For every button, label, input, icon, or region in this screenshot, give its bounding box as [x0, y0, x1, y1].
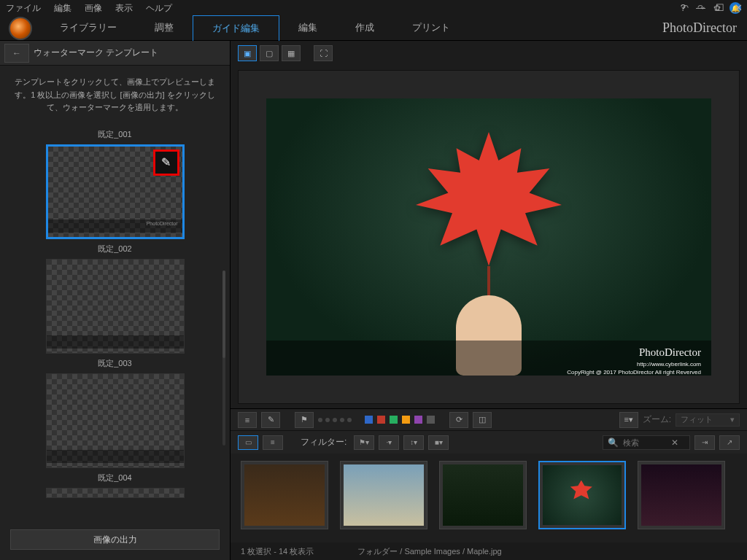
color-label-none[interactable] [427, 416, 435, 424]
template-thumb-2[interactable] [46, 259, 185, 354]
tab-edit[interactable]: 編集 [279, 15, 336, 42]
filter-rating-button[interactable]: ·▾ [379, 435, 399, 450]
maple-leaf-graphic [405, 124, 573, 270]
thumbnail-4[interactable] [538, 461, 626, 529]
watermark-copyright: CopyRight @ 2017 PhotoDirector All right… [276, 368, 701, 376]
close-button[interactable]: ✕ [735, 2, 743, 13]
menubar: ファイル 編集 画像 表示 ヘルプ [6, 2, 659, 15]
scrollbar[interactable] [222, 271, 225, 446]
filter-sort-button[interactable]: ↕▾ [403, 435, 424, 450]
watermark-preview-strip: PhotoDirector [48, 219, 182, 233]
search-icon: 🔍 [608, 438, 619, 448]
app-logo-icon [9, 17, 32, 40]
template-list: 既定_001 ✎ PhotoDirector 既定_002 既定_003 既定_… [0, 125, 230, 522]
tab-create[interactable]: 作成 [336, 15, 393, 42]
panel-title: ウォーターマーク テンプレート [34, 47, 158, 59]
menu-file[interactable]: ファイル [6, 2, 41, 15]
search-input[interactable] [623, 438, 667, 447]
tab-adjust[interactable]: 調整 [136, 15, 193, 42]
rotate-button[interactable]: ⟳ [449, 412, 468, 428]
maximize-button[interactable]: ☐ [716, 2, 724, 13]
chevron-down-icon: ▾ [730, 415, 735, 424]
menu-edit[interactable]: 編集 [54, 2, 71, 15]
rating-toolbar: ≡ ✎ ⚑ ⟳ ◫ ≡▾ ズーム: フィット▾ [231, 408, 747, 430]
status-path: フォルダー / Sample Images / Maple.jpg [357, 546, 501, 557]
template-label: 既定_004 [20, 472, 209, 483]
edit-template-button[interactable]: ✎ [153, 149, 179, 176]
tag-button[interactable]: ≡ [238, 412, 257, 428]
arrow-left-icon: ← [12, 48, 21, 58]
thumbnail-1[interactable] [241, 461, 328, 529]
crop-button[interactable]: ◫ [473, 412, 492, 428]
export-button[interactable]: 画像の出力 [10, 529, 220, 550]
watermark-preview-strip [47, 450, 184, 463]
thumbnail-2[interactable] [340, 461, 427, 529]
thumbnail-3[interactable] [439, 461, 527, 529]
template-label: 既定_001 [20, 129, 209, 140]
view-compare-button[interactable]: ▢ [260, 45, 279, 61]
compare-toggle[interactable]: ≡▾ [619, 412, 638, 428]
template-thumb-1[interactable]: ✎ PhotoDirector [46, 144, 185, 239]
watermark-title: PhotoDirector [276, 345, 701, 360]
watermark-overlay: PhotoDirector http://www.cyberlink.com C… [266, 341, 711, 376]
list-layout-button[interactable]: ≡ [263, 435, 283, 450]
clear-search-icon[interactable]: ✕ [671, 438, 678, 448]
preview-image[interactable]: PhotoDirector http://www.cyberlink.com C… [266, 98, 711, 376]
watermark-url: http://www.cyberlink.com [276, 360, 701, 368]
preview-area: PhotoDirector http://www.cyberlink.com C… [238, 70, 740, 404]
tab-library[interactable]: ライブラリー [41, 15, 136, 42]
watermark-preview-strip [47, 335, 184, 349]
filter-label: フィルター: [301, 436, 347, 448]
thumbnail-5[interactable] [638, 461, 725, 529]
left-panel: ← ウォーターマーク テンプレート テンプレートをクリックして、画像上でプレビュ… [0, 41, 231, 560]
pencil-icon: ✎ [161, 155, 171, 169]
menu-image[interactable]: 画像 [85, 2, 102, 15]
main-tabs: ライブラリー 調整 ガイド編集 編集 作成 プリント PhotoDirector [0, 16, 747, 41]
panel-description: テンプレートをクリックして、画像上でプレビューします。1 枚以上の画像を選択し … [0, 66, 230, 125]
filmstrip [231, 454, 747, 542]
export-folder-button[interactable]: ⇥ [694, 435, 715, 450]
view-fullscreen-button[interactable]: ⛶ [314, 45, 333, 61]
menu-view[interactable]: 表示 [115, 2, 133, 15]
minimize-button[interactable]: — [696, 2, 705, 13]
color-label-purple[interactable] [414, 416, 422, 424]
zoom-label: ズーム: [643, 413, 671, 426]
rating-dots[interactable] [318, 418, 352, 422]
browser-toolbar: ▭ ≡ フィルター: ⚑▾ ·▾ ↕▾ ■▾ 🔍 ✕ ⇥ ↗ [231, 430, 747, 454]
filter-flag-button[interactable]: ⚑▾ [354, 435, 374, 450]
right-panel: ▣ ▢ ▦ ⛶ PhotoDirector http://www.cyberli… [231, 41, 747, 560]
back-button[interactable]: ← [4, 44, 29, 63]
brush-button[interactable]: ✎ [261, 412, 280, 428]
menu-help[interactable]: ヘルプ [146, 2, 172, 15]
template-thumb-4[interactable] [46, 488, 185, 498]
filter-color-button[interactable]: ■▾ [428, 435, 449, 450]
color-label-orange[interactable] [402, 416, 410, 424]
flag-button[interactable]: ⚑ [295, 412, 314, 428]
color-label-green[interactable] [390, 416, 398, 424]
titlebar: ファイル 編集 画像 表示 ヘルプ ↶ ↷ ✿ 🔔 ? — ☐ ✕ [0, 0, 747, 16]
window-controls: ? — ☐ ✕ [681, 2, 743, 13]
help-button[interactable]: ? [681, 2, 686, 13]
search-box[interactable]: 🔍 ✕ [603, 435, 690, 450]
color-label-red[interactable] [377, 416, 385, 424]
template-label: 既定_002 [20, 244, 209, 254]
filmstrip-layout-button[interactable]: ▭ [238, 435, 258, 450]
share-button[interactable]: ↗ [719, 435, 740, 450]
view-toolbar: ▣ ▢ ▦ ⛶ [231, 41, 747, 66]
status-bar: 1 枚選択 - 14 枚表示 フォルダー / Sample Images / M… [231, 542, 747, 560]
template-label: 既定_003 [20, 358, 209, 369]
tab-guided[interactable]: ガイド編集 [193, 15, 279, 42]
tab-print[interactable]: プリント [393, 15, 469, 42]
color-label-blue[interactable] [365, 416, 373, 424]
view-grid-button[interactable]: ▦ [282, 45, 301, 61]
status-selection: 1 枚選択 - 14 枚表示 [241, 546, 314, 557]
view-single-button[interactable]: ▣ [238, 45, 257, 61]
zoom-select[interactable]: フィット▾ [676, 413, 740, 427]
template-thumb-3[interactable] [46, 373, 185, 468]
app-name: PhotoDirector [662, 20, 737, 36]
